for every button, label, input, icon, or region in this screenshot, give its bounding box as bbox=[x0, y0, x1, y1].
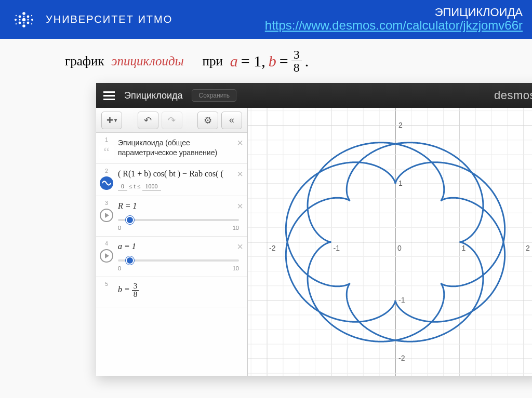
quote-icon: “ bbox=[99, 145, 114, 159]
eq1: = 1, bbox=[241, 52, 265, 70]
caption-emph: эпициклоиды bbox=[112, 54, 184, 68]
svg-point-12 bbox=[23, 22, 25, 23]
desmos-topbar: Эпициклоида Сохранить desmos bbox=[96, 83, 532, 108]
close-icon[interactable]: × bbox=[237, 168, 243, 180]
desmos-window: Эпициклоида Сохранить desmos + ▾ ↶ ↷ ⚙ bbox=[96, 83, 532, 376]
svg-text:2: 2 bbox=[526, 244, 530, 252]
svg-point-5 bbox=[22, 24, 25, 28]
row-number: 3 bbox=[105, 200, 108, 206]
slider-min: 0 bbox=[118, 225, 121, 231]
desmos-brand: desmos bbox=[494, 89, 532, 102]
plus-icon: + bbox=[107, 114, 113, 127]
graph-svg: -2-1012-2-112 bbox=[248, 108, 532, 376]
row-value-b[interactable]: 5 b = 3 8 bbox=[96, 277, 247, 308]
svg-point-16 bbox=[31, 23, 32, 24]
svg-text:-2: -2 bbox=[269, 244, 276, 252]
caption-pri: при bbox=[203, 54, 223, 68]
graph-area[interactable]: -2-1012-2-112 bbox=[248, 108, 532, 376]
play-icon[interactable] bbox=[99, 208, 114, 223]
slider-thumb[interactable] bbox=[126, 256, 134, 265]
close-icon[interactable]: × bbox=[237, 241, 243, 253]
curve-color-icon[interactable] bbox=[99, 176, 114, 190]
svg-point-14 bbox=[16, 23, 17, 24]
svg-point-4 bbox=[22, 18, 25, 21]
var-b: b bbox=[269, 52, 276, 70]
row-slider-R[interactable]: 3 R = 1 0 10 bbox=[96, 196, 247, 237]
b-lhs: b = bbox=[118, 285, 130, 294]
row-number: 4 bbox=[105, 241, 108, 246]
period: . bbox=[305, 52, 309, 70]
frac-3-8: 3 8 bbox=[291, 48, 302, 74]
play-icon[interactable] bbox=[99, 249, 114, 263]
expr-text: ( R(1 + b) cos( bt ) − Rab cos( ( bbox=[118, 169, 223, 178]
svg-point-2 bbox=[19, 21, 21, 24]
brand-block: УНИВЕРСИТЕТ ИТМО bbox=[9, 8, 172, 32]
row-number: 5 bbox=[105, 281, 108, 287]
svg-point-0 bbox=[15, 19, 17, 21]
svg-point-3 bbox=[22, 12, 25, 15]
svg-point-13 bbox=[16, 15, 17, 16]
slider-max: 10 bbox=[233, 225, 239, 231]
svg-text:0: 0 bbox=[397, 244, 402, 252]
svg-text:1: 1 bbox=[461, 244, 466, 252]
add-expression-button[interactable]: + ▾ bbox=[101, 112, 122, 129]
slider-max: 10 bbox=[233, 265, 239, 271]
svg-point-6 bbox=[27, 15, 30, 18]
svg-text:-2: -2 bbox=[398, 354, 405, 362]
slider-min: 0 bbox=[118, 265, 121, 271]
slider-thumb[interactable] bbox=[126, 216, 134, 224]
row-slider-a[interactable]: 4 a = 1 0 10 bbox=[96, 237, 247, 277]
exprlist-toolbar: + ▾ ↶ ↷ ⚙ « bbox=[96, 108, 247, 133]
b-frac: 3 8 bbox=[132, 282, 139, 298]
svg-point-9 bbox=[19, 19, 20, 20]
gear-icon: ⚙ bbox=[204, 115, 212, 126]
svg-point-15 bbox=[31, 15, 32, 16]
note-text: Эпициклоида (общее параметрическое уравн… bbox=[118, 138, 239, 158]
var-a: a bbox=[230, 52, 238, 70]
close-icon[interactable]: × bbox=[237, 137, 243, 149]
chevron-down-icon: ▾ bbox=[114, 117, 117, 123]
svg-point-7 bbox=[27, 21, 30, 24]
row-number: 1 bbox=[105, 137, 108, 143]
svg-point-8 bbox=[31, 19, 33, 21]
document-title: Эпициклоида bbox=[124, 90, 182, 101]
row-parametric[interactable]: 2 ( R(1 + b) cos( bt ) − Rab cos( ( 0 ≤ … bbox=[96, 164, 247, 196]
t-range: 0 ≤ t ≤ 1000 bbox=[118, 183, 239, 190]
eq2: = bbox=[280, 52, 288, 70]
expression-list: + ▾ ↶ ↷ ⚙ « 1 bbox=[96, 108, 248, 376]
header-right: ЭПИЦИКЛОИДА https://www.desmos.com/calcu… bbox=[265, 6, 523, 33]
settings-button[interactable]: ⚙ bbox=[197, 112, 218, 129]
t-mid: ≤ t ≤ bbox=[129, 183, 141, 190]
t-high[interactable]: 1000 bbox=[142, 183, 161, 190]
row-number: 2 bbox=[105, 168, 108, 174]
svg-text:-1: -1 bbox=[334, 244, 340, 252]
b-num: 3 bbox=[132, 282, 139, 291]
slide-body: график эпициклоиды при a = 1, b = 3 8 . … bbox=[0, 39, 532, 376]
rows-container: 1 “ Эпициклоида (общее параметрическое у… bbox=[96, 133, 247, 376]
expr-text: a = 1 bbox=[118, 242, 136, 251]
slide-header: УНИВЕРСИТЕТ ИТМО ЭПИЦИКЛОИДА https://www… bbox=[0, 0, 532, 39]
slider-R[interactable] bbox=[118, 216, 239, 224]
svg-point-10 bbox=[27, 19, 29, 20]
t-low[interactable]: 0 bbox=[118, 183, 127, 190]
caption-lead: график bbox=[65, 54, 104, 68]
undo-button[interactable]: ↶ bbox=[138, 112, 158, 129]
save-button[interactable]: Сохранить bbox=[192, 89, 236, 102]
frac-num: 3 bbox=[291, 48, 302, 61]
svg-text:-1: -1 bbox=[398, 296, 405, 304]
frac-den: 8 bbox=[291, 61, 302, 74]
svg-point-1 bbox=[19, 15, 21, 18]
svg-point-11 bbox=[23, 16, 25, 17]
slide-title: ЭПИЦИКЛОИДА bbox=[265, 6, 523, 18]
collapse-panel-button[interactable]: « bbox=[221, 112, 242, 129]
expr-text: R = 1 bbox=[118, 201, 137, 210]
slider-a[interactable] bbox=[118, 256, 239, 265]
caption: график эпициклоиды при a = 1, b = 3 8 . bbox=[0, 48, 532, 74]
redo-button[interactable]: ↷ bbox=[162, 112, 182, 129]
close-icon[interactable]: × bbox=[237, 200, 243, 212]
desmos-link[interactable]: https://www.desmos.com/calculator/jkzjom… bbox=[265, 18, 523, 32]
svg-text:2: 2 bbox=[398, 121, 403, 129]
row-note[interactable]: 1 “ Эпициклоида (общее параметрическое у… bbox=[96, 133, 247, 164]
menu-icon[interactable] bbox=[103, 91, 115, 100]
caption-math: a = 1, b = 3 8 . bbox=[230, 48, 309, 74]
